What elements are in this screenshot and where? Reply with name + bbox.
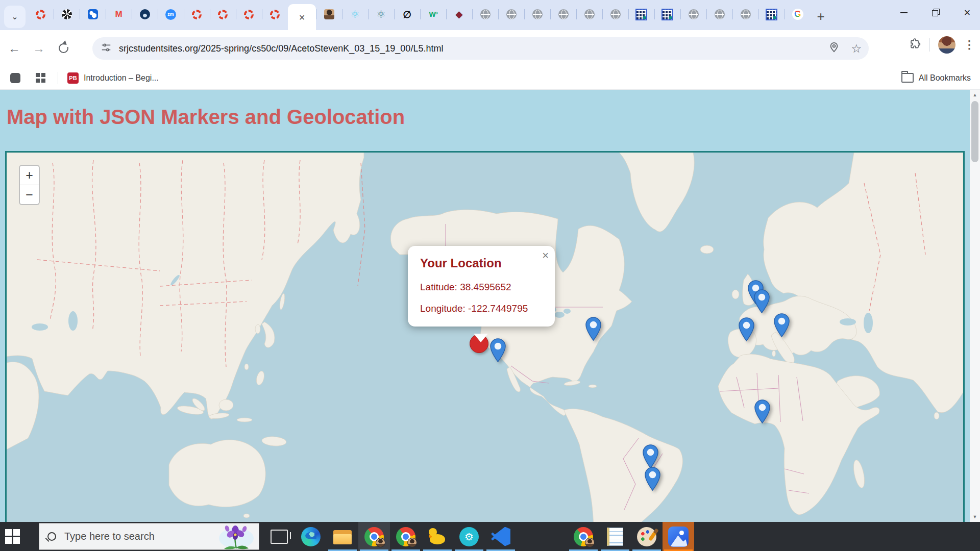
search-input[interactable] <box>63 530 193 543</box>
tab-globe[interactable] <box>550 3 576 26</box>
tab-globe[interactable] <box>732 3 758 26</box>
tab-canvas[interactable] <box>236 3 262 26</box>
reload-button[interactable] <box>53 38 74 59</box>
profile-badge <box>376 538 385 547</box>
map-marker[interactable] <box>645 467 660 491</box>
map-marker[interactable] <box>754 399 770 423</box>
toolbar-divider <box>929 38 930 52</box>
tab-globe[interactable] <box>680 3 706 26</box>
bookmark-favicon: PB <box>67 72 79 84</box>
taskbar-chrome-profile-2[interactable] <box>390 522 422 551</box>
all-bookmarks-button[interactable]: All Bookmarks <box>901 73 971 83</box>
tab-bp[interactable] <box>80 3 106 26</box>
tab-crest[interactable] <box>446 3 472 26</box>
forward-button[interactable]: → <box>29 38 49 59</box>
active-tab[interactable]: × <box>288 4 316 30</box>
taskbar-teal-utility[interactable] <box>453 522 485 551</box>
tab-person[interactable] <box>316 3 342 26</box>
tab-grid[interactable] <box>628 3 654 26</box>
taskbar-vscode[interactable] <box>485 522 517 551</box>
site-settings-icon[interactable] <box>101 42 112 55</box>
tab-globe[interactable] <box>576 3 602 26</box>
taskbar-chrome-profile-1[interactable] <box>358 522 390 551</box>
profile-avatar[interactable] <box>938 36 955 54</box>
tab-chatgpt[interactable] <box>54 3 80 26</box>
map-marker[interactable] <box>643 444 658 468</box>
tab-canvas[interactable] <box>28 3 54 26</box>
tab-globe[interactable] <box>498 3 524 26</box>
browser-tab-strip: ⌄ × + × <box>0 0 980 30</box>
taskbar-task-view[interactable] <box>263 522 295 551</box>
browser-menu-icon[interactable]: ⋮ <box>964 38 975 52</box>
tab-globe[interactable] <box>706 3 732 26</box>
restore-button[interactable] <box>927 4 944 21</box>
map-marker[interactable] <box>774 313 790 337</box>
person-favicon-icon <box>324 9 334 19</box>
leaflet-map[interactable]: + − × Your Location Latitude: 38.4595652… <box>5 151 965 522</box>
tab-react[interactable] <box>342 3 368 26</box>
chrome-profile-2-icon <box>396 527 415 546</box>
tab-zoom[interactable] <box>158 3 184 26</box>
scrollbar-thumb[interactable] <box>971 101 978 162</box>
tab-globe[interactable] <box>472 3 498 26</box>
zoom-in-button[interactable]: + <box>20 166 39 185</box>
url-text[interactable]: srjcstudentsites.org/2025-spring/cs50c/0… <box>119 43 443 54</box>
tab-grid[interactable] <box>654 3 680 26</box>
grid-favicon-icon <box>662 9 673 20</box>
canvas-favicon-icon <box>36 10 45 19</box>
taskbar-chrome-profile-3[interactable] <box>568 522 599 551</box>
tab-null[interactable] <box>394 3 420 26</box>
side-panel-icon[interactable] <box>10 73 20 83</box>
start-button[interactable] <box>0 522 24 551</box>
popup-title: Your Location <box>420 256 543 270</box>
map-marker[interactable] <box>754 289 770 313</box>
address-bar[interactable]: srjcstudentsites.org/2025-spring/cs50c/0… <box>92 37 869 60</box>
popup-latitude: Latitude: 38.4595652 <box>420 282 543 293</box>
apps-grid-icon[interactable] <box>36 73 45 83</box>
location-pin-icon[interactable] <box>828 42 840 55</box>
taskbar-cyberduck[interactable] <box>422 522 453 551</box>
zoom-out-button[interactable]: − <box>20 185 39 204</box>
map-marker[interactable] <box>585 317 601 341</box>
tab-canvas[interactable] <box>210 3 236 26</box>
cyberduck-icon <box>428 527 447 546</box>
tab-electron[interactable] <box>368 3 394 26</box>
taskbar-paint[interactable] <box>631 522 663 551</box>
tab-noaa[interactable] <box>132 3 158 26</box>
tab-search-button[interactable]: ⌄ <box>4 6 26 28</box>
page-scrollbar[interactable]: ▲ ▼ <box>970 90 980 522</box>
minimize-button[interactable] <box>895 4 913 21</box>
taskbar-file-explorer[interactable] <box>327 522 358 551</box>
close-window-button[interactable]: × <box>959 4 976 21</box>
new-tab-button[interactable]: + <box>811 7 831 27</box>
tab-w3[interactable] <box>420 3 446 26</box>
taskbar-notepad[interactable] <box>599 522 631 551</box>
tab-google[interactable] <box>785 3 811 26</box>
taskbar-photos[interactable] <box>663 522 694 551</box>
tab-canvas[interactable] <box>262 3 288 26</box>
canvas-favicon-icon <box>218 10 228 19</box>
taskbar-search[interactable] <box>39 523 259 550</box>
back-button[interactable]: ← <box>4 38 24 59</box>
tab-globe[interactable] <box>524 3 550 26</box>
taskbar-edge[interactable] <box>295 522 327 551</box>
tab-close-icon[interactable]: × <box>299 12 305 22</box>
popup-close-button[interactable]: × <box>542 249 549 262</box>
map-marker[interactable] <box>490 338 506 362</box>
scroll-up-arrow[interactable]: ▲ <box>970 90 980 100</box>
map-marker[interactable] <box>739 317 754 341</box>
extensions-icon[interactable] <box>909 38 921 52</box>
bookmark-item[interactable]: PB Introduction – Begi... <box>67 72 159 84</box>
tab-canvas[interactable] <box>184 3 210 26</box>
tab-grid[interactable] <box>758 3 785 26</box>
canvas-favicon-icon <box>270 10 280 19</box>
globe-favicon-icon <box>741 9 751 19</box>
scroll-down-arrow[interactable]: ▼ <box>970 512 980 522</box>
search-highlight-flower-icon[interactable] <box>215 524 258 550</box>
folder-icon <box>901 73 914 83</box>
paint-icon <box>637 527 656 546</box>
tab-globe[interactable] <box>602 3 628 26</box>
tab-gmail[interactable] <box>106 3 132 26</box>
gmail-favicon-icon <box>113 9 125 20</box>
bookmark-star-icon[interactable]: ☆ <box>851 42 862 56</box>
